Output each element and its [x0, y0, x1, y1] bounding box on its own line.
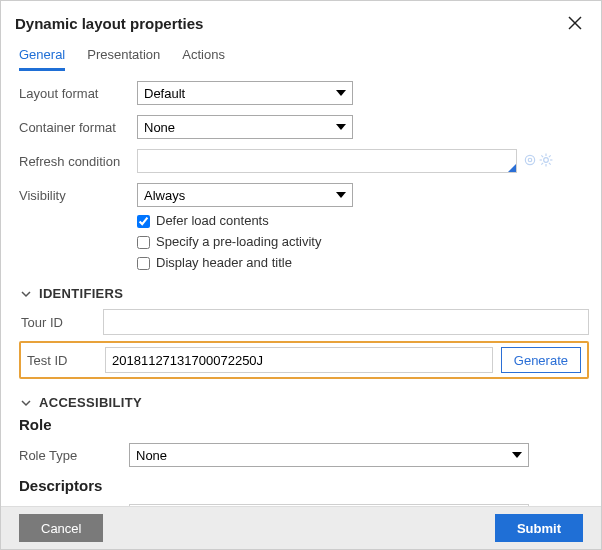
dialog-body[interactable]: General Presentation Actions Layout form… — [1, 39, 601, 506]
tab-actions[interactable]: Actions — [182, 47, 225, 71]
tour-id-label: Tour ID — [19, 315, 103, 330]
preloading-label: Specify a pre-loading activity — [156, 234, 321, 249]
test-id-input[interactable] — [105, 347, 493, 373]
defer-load-label: Defer load contents — [156, 213, 269, 228]
tab-bar: General Presentation Actions — [19, 39, 589, 71]
identifiers-section-header[interactable]: IDENTIFIERS — [19, 286, 589, 301]
chevron-down-icon — [19, 287, 33, 301]
visibility-label: Visibility — [19, 188, 137, 203]
accessibility-section-header[interactable]: ACCESSIBILITY — [19, 395, 589, 410]
layout-format-select[interactable]: Default — [137, 81, 353, 105]
gear-icon[interactable] — [539, 153, 553, 170]
svg-line-11 — [541, 162, 543, 164]
svg-line-9 — [541, 155, 543, 157]
close-button[interactable] — [563, 11, 587, 35]
close-icon — [566, 14, 584, 32]
display-header-checkbox[interactable] — [137, 257, 150, 270]
container-format-label: Container format — [19, 120, 137, 135]
accessibility-title: ACCESSIBILITY — [39, 395, 142, 410]
dialog: Dynamic layout properties General Presen… — [0, 0, 602, 550]
container-format-select[interactable]: None — [137, 115, 353, 139]
refresh-condition-input[interactable] — [137, 149, 517, 173]
svg-line-12 — [549, 155, 551, 157]
target-icon[interactable] — [523, 153, 537, 170]
svg-point-2 — [525, 155, 534, 164]
cancel-button[interactable]: Cancel — [19, 514, 103, 542]
test-id-highlight: Test ID Generate — [19, 341, 589, 379]
generate-button[interactable]: Generate — [501, 347, 581, 373]
tour-id-input[interactable] — [103, 309, 589, 335]
svg-point-3 — [528, 158, 532, 162]
role-type-select[interactable]: None — [129, 443, 529, 467]
role-type-label: Role Type — [19, 448, 129, 463]
svg-point-4 — [544, 157, 549, 162]
test-id-label: Test ID — [25, 353, 105, 368]
refresh-condition-actions — [523, 153, 553, 170]
tab-presentation[interactable]: Presentation — [87, 47, 160, 71]
preloading-checkbox[interactable] — [137, 236, 150, 249]
dialog-header: Dynamic layout properties — [1, 1, 601, 39]
chevron-down-icon — [19, 396, 33, 410]
svg-line-10 — [549, 162, 551, 164]
visibility-select[interactable]: Always — [137, 183, 353, 207]
layout-format-label: Layout format — [19, 86, 137, 101]
descriptors-heading: Descriptors — [19, 477, 589, 494]
identifiers-title: IDENTIFIERS — [39, 286, 123, 301]
defer-load-checkbox[interactable] — [137, 215, 150, 228]
tab-general[interactable]: General — [19, 47, 65, 71]
dialog-title: Dynamic layout properties — [15, 15, 203, 32]
dialog-footer: Cancel Submit — [1, 506, 601, 549]
role-heading: Role — [19, 416, 589, 433]
submit-button[interactable]: Submit — [495, 514, 583, 542]
refresh-condition-label: Refresh condition — [19, 154, 137, 169]
display-header-label: Display header and title — [156, 255, 292, 270]
